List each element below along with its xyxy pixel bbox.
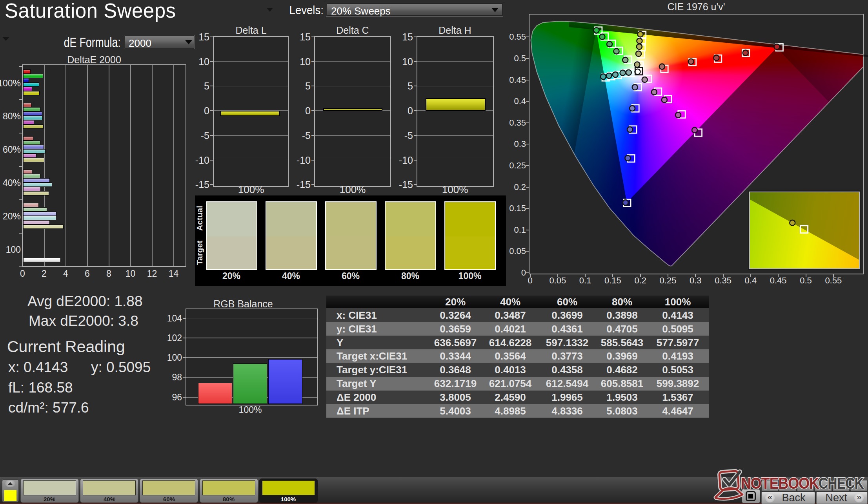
svg-text:NOTEBOOK: NOTEBOOK (741, 475, 819, 492)
svg-text:CHECK: CHECK (819, 475, 864, 492)
